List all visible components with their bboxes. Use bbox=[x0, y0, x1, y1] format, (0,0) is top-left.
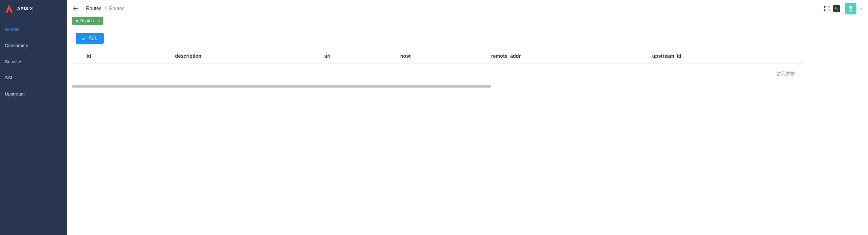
table-container: id description uri host remote_addr upst… bbox=[72, 49, 863, 88]
tab-label: Routes bbox=[80, 18, 94, 23]
sidebar-item-label: Upstream bbox=[5, 91, 25, 96]
column-header-host[interactable]: host bbox=[393, 49, 484, 63]
column-header-uri[interactable]: uri bbox=[317, 49, 393, 63]
breadcrumb-item[interactable]: Routes bbox=[86, 6, 101, 11]
table-header-row: id description uri host remote_addr upst… bbox=[72, 49, 804, 63]
sidebar-item-label: SSL bbox=[5, 75, 13, 80]
avatar-icon[interactable] bbox=[845, 3, 857, 14]
sidebar-item-routes[interactable]: Routes bbox=[0, 21, 67, 37]
sidebar-item-label: Routes bbox=[5, 27, 20, 32]
breadcrumb-separator: / bbox=[104, 6, 106, 11]
routes-table: id description uri host remote_addr upst… bbox=[72, 49, 804, 84]
sidebar-item-services[interactable]: Services bbox=[0, 53, 67, 69]
sidebar-item-label: Consumers bbox=[5, 43, 28, 48]
edit-icon bbox=[82, 36, 86, 40]
content: 添加 id description uri host remote_addr u… bbox=[67, 26, 868, 235]
sidebar-item-consumers[interactable]: Consumers bbox=[0, 37, 67, 53]
tab-routes[interactable]: Routes ✕ bbox=[72, 17, 103, 25]
sidebar-nav: Routes Consumers Services SSL Upstream bbox=[0, 17, 67, 102]
column-header-upstream-id[interactable]: upstream_id bbox=[645, 49, 804, 63]
sidebar: APISIX Routes Consumers Services SSL Ups… bbox=[0, 0, 67, 235]
table-empty-row: 暂无数据 bbox=[72, 63, 804, 84]
logo-icon bbox=[5, 5, 13, 12]
column-header-description[interactable]: description bbox=[168, 49, 317, 63]
fullscreen-icon[interactable] bbox=[824, 5, 830, 12]
brand-name: APISIX bbox=[17, 6, 33, 11]
brand-logo[interactable]: APISIX bbox=[0, 0, 67, 17]
scrollbar-thumb[interactable] bbox=[72, 85, 491, 88]
caret-down-icon[interactable]: ▼ bbox=[860, 7, 863, 10]
horizontal-scrollbar[interactable] bbox=[72, 85, 863, 88]
breadcrumb-item-current: Routes bbox=[109, 6, 124, 11]
column-header-id[interactable]: id bbox=[72, 49, 168, 63]
add-button-label: 添加 bbox=[88, 35, 98, 41]
menu-fold-icon[interactable] bbox=[72, 5, 79, 11]
breadcrumb: Routes / Routes bbox=[86, 6, 124, 11]
column-header-remote-addr[interactable]: remote_addr bbox=[484, 49, 645, 63]
sidebar-item-upstream[interactable]: Upstream bbox=[0, 86, 67, 102]
tab-active-dot-icon bbox=[75, 20, 78, 22]
sidebar-item-label: Services bbox=[5, 59, 23, 64]
sidebar-item-ssl[interactable]: SSL bbox=[0, 69, 67, 86]
table-empty-text: 暂无数据 bbox=[72, 63, 804, 84]
language-icon[interactable]: A 文 bbox=[833, 5, 840, 12]
header: Routes / Routes A 文 bbox=[67, 0, 868, 17]
tabbar: Routes ✕ bbox=[67, 17, 868, 26]
header-actions: A 文 ▼ bbox=[824, 3, 863, 14]
tab-close-icon[interactable]: ✕ bbox=[97, 19, 100, 23]
main: Routes / Routes A 文 bbox=[67, 0, 868, 235]
svg-text:文: 文 bbox=[836, 8, 838, 10]
svg-point-5 bbox=[849, 6, 852, 8]
add-button[interactable]: 添加 bbox=[75, 33, 104, 43]
